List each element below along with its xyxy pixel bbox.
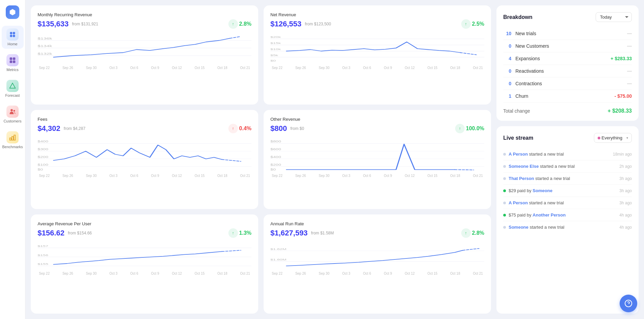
livestream-card: Live stream Everything ▾ A Person starte… [496, 126, 639, 314]
badge-pct-arpu: 1.3% [239, 230, 251, 236]
event-text-0: A Person started a new trial [509, 152, 610, 157]
livestream-header: Live stream Everything ▾ [503, 133, 632, 143]
badge-pct-net-revenue: 2.5% [472, 21, 484, 27]
breakdown-name-expansions: Expansions [515, 56, 610, 61]
chart-badge-other-revenue: ↑ 100.0% [455, 124, 484, 133]
metrics-icon-bg [6, 54, 19, 66]
main-content: Monthly Recurring Revenue $135,633 from … [25, 0, 644, 319]
badge-arrow-arpu: ↑ [228, 228, 238, 238]
chart-card-mrr: Monthly Recurring Revenue $135,633 from … [31, 5, 258, 105]
chart-from-other-revenue: from $0 [290, 126, 304, 131]
floating-action-button[interactable] [620, 295, 637, 312]
live-event-1: Someone Else started a new trial 2h ago [503, 160, 632, 173]
breakdown-name-new-customers: New Customers [515, 43, 627, 49]
svg-rect-13 [14, 135, 15, 140]
svg-point-10 [14, 110, 15, 112]
event-link-3[interactable]: Someone [533, 188, 553, 193]
event-time-4: 3h ago [619, 201, 632, 205]
svg-text:$200: $200 [38, 155, 48, 158]
chart-from-net-revenue: from $123,500 [305, 22, 331, 26]
event-text-6: Someone started a new trial [509, 225, 617, 230]
svg-text:$0: $0 [270, 168, 276, 171]
svg-text:$400: $400 [38, 140, 48, 143]
forecast-icon-bg [6, 80, 19, 92]
chart-card-arr: Annual Run Rate $1,627,593 from $1.58M ↑… [264, 214, 491, 314]
event-link-4[interactable]: A Person [509, 200, 528, 205]
event-dot-2 [503, 177, 506, 180]
breakdown-count-expansions: 4 [503, 56, 511, 61]
svg-text:$155: $155 [38, 263, 48, 266]
chart-title-arpu: Average Revenue Per User [38, 221, 251, 226]
live-event-2: That Person started a new trial 3h ago [503, 173, 632, 185]
breakdown-name-reactivations: Reactivations [515, 68, 627, 74]
event-text-1: Someone Else started a new trial [509, 164, 617, 169]
x-labels-other-revenue: Sep 22 Sep 26 Sep 30 Oct 3 Oct 6 Oct 9 O… [270, 174, 484, 178]
badge-arrow-other-revenue: ↑ [455, 124, 465, 133]
breakdown-value-churn: - $75.00 [615, 93, 632, 99]
event-link-0[interactable]: A Person [509, 152, 528, 157]
sidebar-item-metrics[interactable]: Metrics [2, 51, 24, 74]
chart-badge-mrr: ↑ 2.8% [228, 19, 251, 29]
event-text-4: A Person started a new trial [509, 200, 617, 205]
svg-rect-3 [13, 35, 15, 37]
chart-from-fees: from $4,287 [64, 126, 85, 131]
sidebar-item-benchmarks[interactable]: Benchmarks [2, 129, 24, 152]
chart-card-arpu: Average Revenue Per User $156.62 from $1… [31, 214, 258, 314]
badge-arrow-fees: ↑ [228, 124, 238, 133]
sidebar-item-customers[interactable]: Customers [2, 103, 24, 126]
svg-rect-4 [10, 58, 13, 60]
svg-marker-8 [10, 83, 16, 88]
app-logo[interactable] [6, 5, 19, 19]
event-link-2[interactable]: That Person [509, 176, 534, 181]
chart-title-fees: Fees [38, 117, 251, 122]
svg-text:$100: $100 [38, 163, 48, 166]
chart-from-arr: from $1.58M [311, 231, 334, 235]
live-event-5: $75 paid by Another Person 4h ago [503, 209, 632, 221]
event-time-5: 4h ago [619, 213, 632, 218]
chart-value-row-net-revenue: $126,553 from $123,500 ↑ 2.5% [270, 19, 484, 29]
chart-value-fees: $4,302 [38, 124, 60, 133]
badge-arrow-arr: ↑ [461, 228, 471, 238]
breakdown-title: Breakdown [503, 14, 532, 20]
chart-value-arpu: $156.62 [38, 229, 65, 237]
svg-point-9 [10, 109, 13, 112]
event-text-5: $75 paid by Another Person [509, 212, 617, 218]
chart-badge-net-revenue: ↑ 2.5% [461, 19, 484, 29]
chart-from-arpu: from $154.66 [68, 231, 92, 235]
svg-rect-5 [13, 58, 16, 60]
live-event-4: A Person started a new trial 3h ago [503, 197, 632, 209]
breakdown-row-contractions: 0 Contractions — [503, 77, 632, 90]
event-dot-6 [503, 226, 506, 229]
breakdown-period-select[interactable]: Today This week This month [596, 12, 632, 22]
sidebar-item-forecast[interactable]: Forecast [2, 77, 24, 100]
breakdown-count-new-trials: 10 [503, 31, 511, 36]
breakdown-count-new-customers: 0 [503, 43, 511, 49]
chart-area-fees: $400 $300 $200 $100 $0 Sep 22 Sep 26 Sep… [38, 137, 251, 202]
svg-rect-11 [10, 138, 11, 140]
badge-pct-fees: 0.4% [239, 126, 251, 132]
sidebar-item-home[interactable]: Home [2, 26, 24, 49]
breakdown-name-churn: Churn [515, 93, 615, 99]
chart-card-fees: Fees $4,302 from $4,287 ↑ 0.4% $400 $300… [31, 110, 258, 209]
home-icon-bg [6, 28, 19, 41]
chart-value-row-arpu: $156.62 from $154.66 ↑ 1.3% [38, 228, 251, 238]
sidebar: Home Metrics Forecast Customers Benchmar… [0, 0, 25, 319]
svg-text:$15k: $15k [270, 42, 281, 44]
chart-area-mrr: $136k $134k $132k Sep 22 Sep 26 Sep 30 O… [38, 33, 251, 98]
breakdown-row-new-customers: 0 New Customers — [503, 40, 632, 52]
event-link-1[interactable]: Someone Else [509, 164, 539, 169]
event-link-6[interactable]: Someone [509, 225, 529, 230]
livestream-filter[interactable]: Everything ▾ [594, 133, 632, 143]
live-event-6: Someone started a new trial 4h ago [503, 221, 632, 233]
svg-rect-1 [13, 32, 15, 35]
svg-text:$156: $156 [38, 254, 48, 256]
event-link-5[interactable]: Another Person [533, 212, 566, 218]
chart-title-other-revenue: Other Revenue [270, 117, 484, 122]
chart-area-arpu: $157 $156 $155 Sep 22 Sep 26 Sep 30 Oct … [38, 242, 251, 307]
breakdown-total-label: Total change [503, 108, 607, 114]
event-time-1: 2h ago [619, 164, 632, 169]
chart-badge-fees: ↑ 0.4% [228, 124, 251, 133]
chevron-down-icon: ▾ [626, 136, 628, 140]
chart-badge-arpu: ↑ 1.3% [228, 228, 251, 238]
benchmarks-icon-bg [6, 131, 19, 143]
